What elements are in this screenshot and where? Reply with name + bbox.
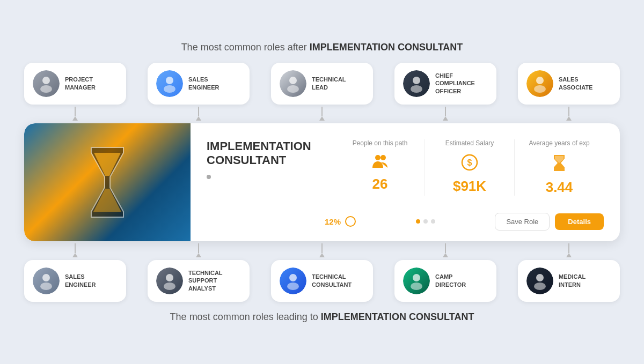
avatar-bot-3 <box>280 268 306 294</box>
top-title-prefix: The most common roles after <box>181 42 310 53</box>
avatar-bot-1 <box>33 268 60 294</box>
svg-point-15 <box>40 283 52 290</box>
details-button[interactable]: Details <box>555 213 604 230</box>
pagination-dots <box>416 219 435 224</box>
top-section-title: The most common roles after IMPLEMENTATI… <box>19 42 625 53</box>
svg-point-5 <box>287 85 299 93</box>
avatar-bot-4 <box>403 268 430 294</box>
stat-people-value: 26 <box>343 176 416 192</box>
svg-point-17 <box>164 283 175 290</box>
percent-text: 12% <box>325 217 341 226</box>
dot-page-1[interactable] <box>416 219 420 224</box>
bottom-roles-row: SALESENGINEER TECHNICALSUPPORTANALYST TE… <box>19 260 625 302</box>
save-role-button[interactable]: Save Role <box>495 213 550 231</box>
role-label-bot-1: SALESENGINEER <box>65 273 96 288</box>
role-card-top-2[interactable]: SALESENGINEER <box>148 63 250 105</box>
role-label-bot-2: TECHNICALSUPPORTANALYST <box>188 269 223 292</box>
top-roles-row: PROJECTMANAGER SALESENGINEER TECHNICALLE… <box>19 63 625 105</box>
avatar-top-2 <box>156 70 183 97</box>
svg-point-20 <box>413 274 420 281</box>
dot-page-3[interactable] <box>431 219 435 224</box>
role-card-top-1[interactable]: PROJECTMANAGER <box>24 63 126 105</box>
bottom-section-title: The most common roles leading to IMPLEME… <box>19 311 625 323</box>
stat-salary-label: Estimated Salary <box>433 139 506 148</box>
role-card-bot-1[interactable]: SALESENGINEER <box>24 260 126 302</box>
stat-people: People on this path 26 <box>335 139 425 196</box>
role-label-top-4: CHIEFCOMPLIANCEOFFICER <box>435 72 475 95</box>
role-card-top-5[interactable]: SALESASSOCIATE <box>518 63 620 105</box>
main-card-bottom: 12% Save Role Details <box>207 213 604 231</box>
main-container: The most common roles after IMPLEMENTATI… <box>13 31 631 333</box>
hourglass-icon <box>86 145 129 220</box>
arrow-col <box>271 243 373 257</box>
role-label-bot-3: TECHNICALCONSULTANT <box>312 273 352 288</box>
svg-point-22 <box>536 274 544 281</box>
svg-point-21 <box>411 283 422 290</box>
role-card-bot-4[interactable]: CAMPDIRECTOR <box>394 260 496 302</box>
top-title-bold: IMPLEMENTATION CONSULTANT <box>310 42 463 53</box>
arrow-col <box>24 243 126 257</box>
bottom-title-bold: IMPLEMENTATION CONSULTANT <box>321 311 474 322</box>
svg-point-1 <box>40 85 52 93</box>
main-card: IMPLEMENTATIONCONSULTANT People on this … <box>24 123 620 241</box>
dot-indicator <box>207 175 211 179</box>
timer-icon <box>523 154 596 176</box>
svg-point-19 <box>287 283 299 290</box>
svg-point-2 <box>166 77 173 84</box>
svg-point-23 <box>534 283 546 290</box>
svg-point-6 <box>413 77 420 84</box>
buttons-section: Save Role Details <box>495 213 604 231</box>
dollar-icon: $ <box>433 154 506 175</box>
stat-salary: Estimated Salary $ $91K <box>425 139 514 196</box>
stat-salary-value: $91K <box>433 178 506 195</box>
role-label-top-1: PROJECTMANAGER <box>65 76 96 91</box>
svg-point-8 <box>536 77 544 84</box>
hourglass-illustration <box>24 123 191 241</box>
people-icon <box>343 154 416 173</box>
svg-point-11 <box>380 155 386 160</box>
svg-point-18 <box>289 274 297 281</box>
role-card-bot-5[interactable]: MEDICALINTERN <box>518 260 620 302</box>
role-label-bot-4: CAMPDIRECTOR <box>435 273 466 288</box>
stats-section: People on this path 26 <box>335 139 604 196</box>
role-label-top-3: TECHNICALLEAD <box>312 76 346 91</box>
dot-page-2[interactable] <box>423 219 428 224</box>
stat-people-label: People on this path <box>343 139 416 148</box>
avatar-top-1 <box>33 70 60 97</box>
avatar-bot-5 <box>526 268 553 294</box>
main-card-top: IMPLEMENTATIONCONSULTANT People on this … <box>207 139 604 196</box>
arrow-col <box>148 243 250 257</box>
stat-exp-label: Average years of exp <box>523 139 596 148</box>
arrow-col <box>148 107 250 121</box>
svg-point-4 <box>289 77 297 84</box>
role-card-top-3[interactable]: TECHNICALLEAD <box>271 63 373 105</box>
main-card-title: IMPLEMENTATIONCONSULTANT <box>207 139 325 168</box>
bottom-title-prefix: The most common roles leading to <box>170 311 321 322</box>
main-card-content: IMPLEMENTATIONCONSULTANT People on this … <box>191 123 620 241</box>
svg-point-0 <box>42 77 50 84</box>
main-card-image <box>24 123 191 241</box>
role-card-bot-2[interactable]: TECHNICALSUPPORTANALYST <box>148 260 250 302</box>
arrow-col <box>518 243 620 257</box>
percent-circle-icon <box>345 216 356 227</box>
svg-text:$: $ <box>467 158 472 167</box>
svg-point-14 <box>42 274 50 281</box>
role-label-top-5: SALESASSOCIATE <box>559 76 592 91</box>
svg-point-7 <box>411 85 422 93</box>
role-card-top-4[interactable]: CHIEFCOMPLIANCEOFFICER <box>394 63 496 105</box>
avatar-top-4 <box>403 70 430 97</box>
arrow-col <box>271 107 373 121</box>
svg-point-9 <box>534 85 546 93</box>
arrow-col <box>24 107 126 121</box>
svg-point-10 <box>375 155 380 160</box>
arrow-col <box>394 107 496 121</box>
top-arrows-row <box>19 105 625 123</box>
role-card-bot-3[interactable]: TECHNICALCONSULTANT <box>271 260 373 302</box>
bottom-arrows-row <box>19 241 625 260</box>
role-label-top-2: SALESENGINEER <box>188 76 219 91</box>
role-label-bot-5: MEDICALINTERN <box>559 273 586 288</box>
arrow-col <box>394 243 496 257</box>
main-card-title-section: IMPLEMENTATIONCONSULTANT <box>207 139 325 182</box>
arrow-col <box>518 107 620 121</box>
svg-point-16 <box>166 274 173 281</box>
